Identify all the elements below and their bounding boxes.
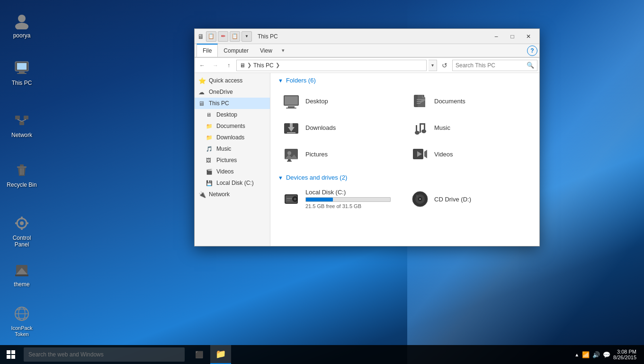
tab-file[interactable]: File [197, 44, 218, 57]
folder-videos[interactable]: Videos [407, 142, 532, 166]
documents-sidebar-label: Documents [216, 123, 245, 129]
svg-point-58 [295, 199, 295, 200]
search-box: 🔍 [452, 60, 537, 71]
desktop-sidebar-icon: 🖥 [206, 112, 214, 118]
address-dropdown[interactable]: ▾ [429, 60, 437, 71]
svg-rect-31 [286, 108, 296, 109]
desktop-icon-controlpanel[interactable]: Control Panel [5, 212, 39, 250]
desktop-icon-theme[interactable]: theme [5, 258, 39, 290]
path-separator1: ❯ [247, 62, 251, 68]
message-tray-icon[interactable]: 💬 [603, 351, 610, 358]
localdisk-sidebar-icon: 💾 [206, 180, 214, 186]
help-button[interactable]: ? [527, 46, 537, 56]
desktop-icon-iconpack[interactable]: IconPackToken [5, 302, 39, 339]
tool-btn-1[interactable]: 📋 [206, 31, 216, 42]
sidebar-item-documents[interactable]: 📁 Documents [195, 120, 270, 132]
content-area: ⭐ Quick access ☁ OneDrive 🖥 This PC 🖥 De… [195, 73, 539, 246]
folder-pictures[interactable]: Pictures [278, 142, 403, 166]
forward-button[interactable]: → [210, 60, 221, 71]
documents-sidebar-icon: 📁 [206, 123, 214, 129]
search-input[interactable] [456, 62, 525, 69]
onedrive-icon: ☁ [198, 89, 206, 96]
path-pc-icon: 🖥 [240, 62, 245, 69]
desktop-icon-user[interactable]: poorya [5, 9, 39, 41]
desktop-icon-thispc[interactable]: This PC [5, 57, 39, 88]
ddrive-label: CD Drive (D:) [434, 196, 471, 203]
tool-btn-2[interactable]: ✏ [218, 31, 228, 42]
ribbon-chevron[interactable]: ▾ [280, 46, 286, 55]
recyclebin-label: Recycle Bin [7, 182, 36, 188]
file-explorer-taskbar-button[interactable]: 📁 [210, 345, 231, 364]
sidebar-item-music[interactable]: 🎵 Music [195, 143, 270, 155]
drives-section-header[interactable]: ▼ Devices and drives (2) [278, 174, 532, 181]
task-view-button[interactable]: ⬛ [188, 345, 209, 364]
sidebar-item-localdisk[interactable]: 💾 Local Disk (C:) [195, 177, 270, 189]
network-sidebar-label: Network [209, 191, 230, 198]
tool-btn-3[interactable]: 📋 [230, 31, 240, 42]
back-button[interactable]: ← [197, 60, 208, 71]
videos-sidebar-icon: 🎬 [206, 169, 214, 175]
refresh-button[interactable]: ↺ [439, 60, 450, 71]
folder-documents[interactable]: Documents [407, 89, 532, 113]
svg-rect-5 [17, 73, 27, 74]
iconpack-icon [12, 304, 31, 323]
tab-view[interactable]: View [254, 44, 278, 57]
close-button[interactable]: ✕ [520, 29, 537, 44]
path-thispc: This PC [253, 62, 274, 69]
taskbar-search-input[interactable] [24, 347, 185, 362]
folder-downloads[interactable]: Downloads [278, 115, 403, 140]
svg-line-10 [22, 119, 26, 121]
sidebar-item-videos[interactable]: 🎬 Videos [195, 166, 270, 177]
folders-section-header[interactable]: ▼ Folders (6) [278, 77, 532, 84]
sidebar-item-network[interactable]: 🔌 Network [195, 189, 270, 200]
drive-cdrive[interactable]: Local Disk (C:) 21.5 GB free of 31.5 GB [278, 186, 403, 212]
maximize-button[interactable]: □ [504, 29, 520, 44]
sidebar-item-pictures[interactable]: 🖼 Pictures [195, 155, 270, 166]
svg-rect-12 [20, 164, 24, 166]
thispc-sidebar-label: This PC [209, 100, 229, 107]
minimize-button[interactable]: – [488, 29, 504, 44]
cdrive-size: 21.5 GB free of 31.5 GB [305, 203, 391, 209]
start-button[interactable] [0, 345, 22, 364]
tool-btn-dropdown[interactable]: ▼ [242, 31, 252, 42]
sidebar-item-quick-access[interactable]: ⭐ Quick access [195, 75, 270, 86]
sidebar-item-onedrive[interactable]: ☁ OneDrive [195, 86, 270, 98]
sidebar-item-desktop[interactable]: 🖥 Desktop [195, 109, 270, 120]
address-path[interactable]: 🖥 ❯ This PC ❯ [236, 60, 427, 71]
thispc-desktop-label: This PC [12, 80, 32, 86]
svg-rect-50 [287, 161, 292, 162]
svg-point-17 [20, 221, 24, 225]
sidebar-item-thispc[interactable]: 🖥 This PC [195, 98, 270, 109]
pictures-folder-label: Pictures [305, 151, 328, 158]
svg-rect-11 [17, 166, 27, 168]
desktop-icon-recyclebin[interactable]: Recycle Bin [5, 159, 39, 190]
taskbar-clock[interactable]: 3:08 PM 8/26/2015 [613, 349, 639, 360]
svg-rect-7 [24, 116, 28, 119]
system-tray-up-arrow[interactable]: ▲ [574, 352, 579, 357]
iconpack-label: IconPackToken [11, 325, 32, 337]
network-sidebar-icon: 🔌 [198, 191, 206, 198]
pictures-sidebar-label: Pictures [216, 157, 237, 164]
cdrive-bar-container [305, 197, 391, 202]
downloads-folder-label: Downloads [305, 124, 336, 131]
music-folder-icon [411, 118, 429, 137]
folder-desktop[interactable]: Desktop [278, 89, 403, 113]
drives-grid: Local Disk (C:) 21.5 GB free of 31.5 GB [278, 186, 532, 212]
ddrive-info: CD Drive (D:) [434, 195, 471, 203]
up-button[interactable]: ↑ [223, 60, 234, 71]
recyclebin-icon [12, 161, 31, 180]
controlpanel-label: Control Panel [7, 235, 37, 248]
network-tray-icon[interactable]: 📶 [582, 351, 590, 358]
desktop-folder-label: Desktop [305, 98, 328, 105]
drive-ddrive[interactable]: CD Drive (D:) [407, 186, 532, 212]
desktop-icon-network[interactable]: Network [5, 109, 39, 140]
taskbar-time-display: 3:08 PM [617, 349, 636, 355]
svg-rect-4 [19, 72, 25, 73]
sidebar-item-downloads[interactable]: 📁 Downloads [195, 132, 270, 143]
videos-folder-icon [411, 145, 429, 164]
folder-music[interactable]: Music [407, 115, 532, 140]
volume-tray-icon[interactable]: 🔊 [592, 351, 600, 358]
search-icon[interactable]: 🔍 [527, 62, 534, 69]
tab-computer[interactable]: Computer [218, 44, 254, 57]
taskbar-right: ▲ 📶 🔊 💬 3:08 PM 8/26/2015 [574, 349, 644, 360]
